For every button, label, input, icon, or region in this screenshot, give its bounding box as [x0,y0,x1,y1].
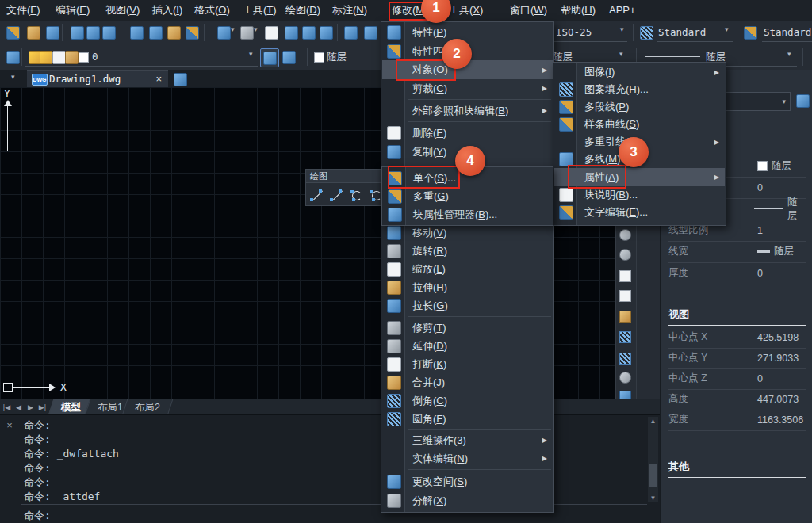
menu-item-solid-editing[interactable]: 实体编辑(N)▶ [382,449,553,468]
menu-item-3d-operations[interactable]: 三维操作(3)▶ [382,431,553,449]
command-close-icon[interactable]: × [3,419,16,432]
menu-item-change-space[interactable]: 更改空间(S) [382,472,553,491]
menu-item-clip[interactable]: 剪裁(C)▶ [382,79,553,97]
zoom-window-button[interactable] [300,24,317,41]
break-at-point-tool-button[interactable] [619,289,632,303]
menu-item-scale[interactable]: 缩放(L) [382,260,553,278]
property-row-center-x[interactable]: 中心点 X 425.5198 [668,326,806,349]
break-tool-button[interactable] [619,269,632,283]
property-row-center-z[interactable]: 中心点 Z 0 [668,368,806,390]
document-tab-close-icon[interactable]: × [155,71,162,88]
redo-button[interactable] [238,24,255,41]
menu-dimension[interactable]: 标注(N) [332,0,367,21]
property-row-lineweight[interactable]: 线宽 随层 [668,241,806,263]
layer-states-button[interactable] [260,48,279,67]
menu-edit[interactable]: 编辑(E) [56,0,90,21]
menu-window[interactable]: 窗口(W) [510,0,547,21]
cut-button[interactable] [128,24,145,41]
section-header-view[interactable]: 视图 [668,307,806,326]
menu-tools[interactable]: 工具(T) [243,0,277,21]
command-input[interactable]: 命令: [24,509,51,523]
property-row-center-y[interactable]: 中心点 Y 271.9033 [668,347,806,369]
menu-express-tools[interactable]: 工具(X) [449,0,483,21]
layer-properties-button[interactable] [4,48,21,66]
copy-clip-button[interactable] [147,24,164,41]
first-tab-arrow[interactable]: |◀ [2,401,12,414]
menu-item-explode[interactable]: 分解(X) [382,491,553,510]
layer-previous-button[interactable] [280,48,297,66]
line-tool-button[interactable] [310,189,324,202]
paste-button[interactable] [165,24,182,41]
table-style-button[interactable] [741,24,759,41]
menu-item-xref-block-edit[interactable]: 外部参照和块编辑(B)▶ [382,101,553,120]
document-tab[interactable]: DWG Drawing1.dwg × [27,70,168,88]
tab-layout2[interactable]: 布局2 [122,399,173,415]
text-style-dropdown-arrow[interactable]: ▾ [725,25,729,33]
submenu-item-spline[interactable]: 样条曲线(S) [554,116,725,133]
color-control-combo[interactable]: 随层 [327,51,347,64]
menu-item-fillet[interactable]: 圆角(F) [382,410,553,428]
scroll-down-arrow[interactable]: ▼ [648,494,658,502]
menu-item-trim[interactable]: 修剪(T) [382,319,553,337]
menu-view[interactable]: 视图(V) [105,0,140,21]
layer-combo[interactable]: 0 [92,51,98,63]
command-scrollbar[interactable]: ▲ ▼ [648,417,658,502]
new-document-tab-button[interactable] [171,71,187,86]
menu-format[interactable]: 格式(O) [194,0,230,21]
menu-item-move[interactable]: 移动(V) [382,223,553,242]
layer-dropdown-arrow[interactable]: ▾ [249,50,253,58]
property-row-height[interactable]: 高度 447.0073 [668,388,806,410]
dim-style-dropdown-arrow[interactable]: ▾ [620,25,624,33]
menu-item-chamfer[interactable]: 倒角(C) [382,391,553,410]
menu-file[interactable]: 文件(F) [6,0,40,21]
menu-item-join[interactable]: 合并(J) [382,373,553,391]
prev-tab-arrow[interactable]: ◀ [13,401,24,414]
next-tab-arrow[interactable]: ▶ [25,401,36,414]
text-style-combo[interactable]: Standard [658,26,706,38]
menu-item-properties[interactable]: 特性(P) [382,23,553,42]
quickcalc-button[interactable] [342,24,359,41]
plot-button[interactable] [68,24,86,41]
zoom-realtime-button[interactable] [282,24,300,41]
table-style-combo[interactable]: Standard [764,26,811,38]
menu-item-break[interactable]: 打断(K) [382,355,553,373]
menu-app-plus[interactable]: APP+ [609,0,636,21]
extend-tool-button[interactable] [619,248,632,262]
match-properties-button[interactable] [183,24,201,41]
menu-item-erase[interactable]: 删除(E) [382,124,553,143]
layer-lock-toggle[interactable] [63,48,80,66]
open-button[interactable] [25,24,42,41]
explode-tool-button[interactable] [619,371,632,384]
submenu-item-polyline[interactable]: 多段线(P) [554,98,725,116]
chamfer-tool-button[interactable] [619,330,632,344]
ray-tool-button[interactable] [330,189,343,202]
draw-floating-toolbar[interactable]: 绘图 [305,169,384,206]
section-header-other[interactable]: 其他 [668,460,806,478]
linetype-dropdown-arrow[interactable]: ▾ [619,50,623,58]
menu-help[interactable]: 帮助(H) [561,0,596,21]
last-tab-arrow[interactable]: ▶| [37,401,48,414]
menu-insert[interactable]: 插入(I) [152,0,182,21]
doc-tab-list-arrow[interactable]: ▾ [11,73,15,81]
submenu-item-image[interactable]: 图像(I)▶ [554,63,725,81]
submenu-item-block-description[interactable]: 块说明(B)... [554,186,725,204]
menu-item-stretch[interactable]: 拉伸(H) [382,278,553,296]
submenu-item-hatch[interactable]: 图案填充(H)... [554,81,725,98]
lineweight-dropdown-arrow[interactable]: ▾ [787,50,791,58]
pan-button[interactable] [262,24,280,41]
selection-combo-arrow[interactable]: ▾ [782,97,786,105]
scrollbar-thumb[interactable] [649,464,657,487]
submenu-item-multiple-attribute[interactable]: 多重(G) [383,187,552,205]
undo-button[interactable] [215,24,232,41]
plot-preview-button[interactable] [84,24,102,41]
text-style-button[interactable] [638,24,655,41]
redo-dropdown-arrow[interactable]: ▾ [254,25,258,33]
scroll-up-arrow[interactable]: ▲ [648,417,658,426]
new-file-button[interactable] [4,24,21,41]
zoom-previous-button[interactable] [317,24,335,41]
text-window-button[interactable] [362,24,379,41]
fillet-tool-button[interactable] [619,352,632,365]
undo-dropdown-arrow[interactable]: ▾ [231,25,235,33]
menu-item-rotate[interactable]: 旋转(R) [382,242,553,260]
property-row-width[interactable]: 宽度 1163.3506 [668,409,806,431]
